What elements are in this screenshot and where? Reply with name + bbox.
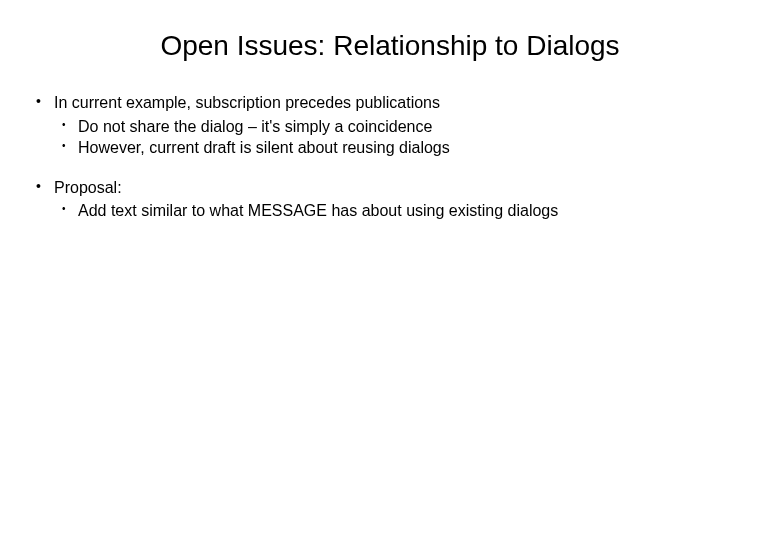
bullet-text: However, current draft is silent about r… <box>78 139 450 156</box>
bullet-text: Do not share the dialog – it's simply a … <box>78 118 432 135</box>
list-item: Do not share the dialog – it's simply a … <box>54 116 750 138</box>
slide: Open Issues: Relationship to Dialogs In … <box>0 0 780 540</box>
list-item: Add text similar to what MESSAGE has abo… <box>54 200 750 222</box>
list-item: Proposal: Add text similar to what MESSA… <box>30 177 750 222</box>
bullet-text: Proposal: <box>54 179 122 196</box>
list-item: However, current draft is silent about r… <box>54 137 750 159</box>
list-item: In current example, subscription precede… <box>30 92 750 159</box>
bullet-list: In current example, subscription precede… <box>30 92 750 222</box>
slide-title: Open Issues: Relationship to Dialogs <box>30 30 750 62</box>
sub-bullet-list: Do not share the dialog – it's simply a … <box>54 116 750 159</box>
sub-bullet-list: Add text similar to what MESSAGE has abo… <box>54 200 750 222</box>
bullet-text: In current example, subscription precede… <box>54 94 440 111</box>
bullet-text: Add text similar to what MESSAGE has abo… <box>78 202 558 219</box>
